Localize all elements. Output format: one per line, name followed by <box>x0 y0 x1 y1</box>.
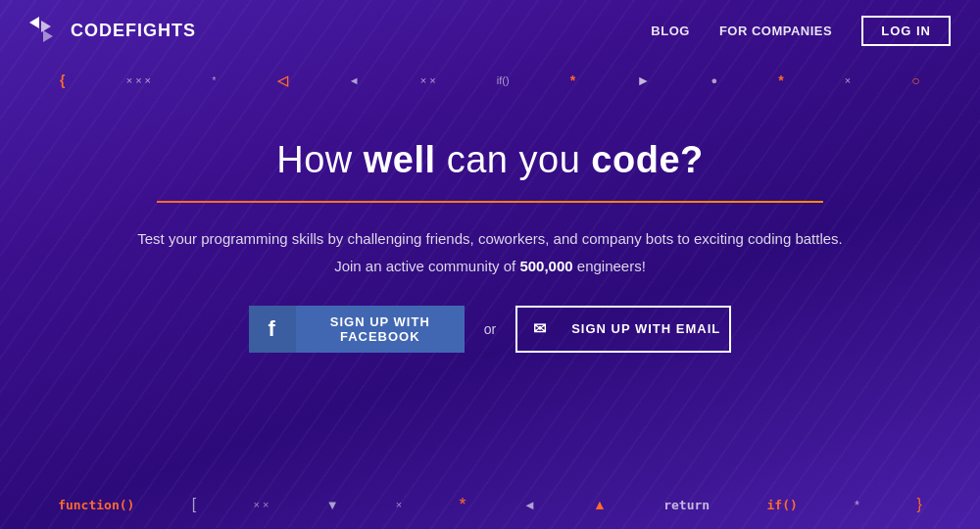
buttons-row: f SIGN UP WITH FACEBOOK or ✉ SIGN UP WIT… <box>249 306 731 353</box>
symbol-11: * <box>778 72 783 88</box>
headline: How well can you code? <box>276 139 704 181</box>
community-pre: Join an active community of <box>334 258 519 274</box>
logo-text: CODEFIGHTS <box>71 21 196 41</box>
svg-marker-1 <box>41 21 51 32</box>
headline-well: well <box>364 139 436 180</box>
facebook-signup-button[interactable]: f SIGN UP WITH FACEBOOK <box>249 306 465 353</box>
bottom-sym-4: ▼ <box>326 498 339 512</box>
symbol-12: × <box>845 74 851 86</box>
headline-divider <box>157 201 823 203</box>
symbol-13: ○ <box>911 72 919 88</box>
bottom-sym-11: * <box>855 498 859 512</box>
community-count: 500,000 <box>519 258 572 274</box>
headline-part2: can you <box>436 139 592 180</box>
email-icon: ✉ <box>517 308 563 351</box>
svg-marker-0 <box>29 17 39 28</box>
email-button-label: SIGN UP WITH EMAIL <box>563 321 729 336</box>
top-symbols-bar: { × × × * ◁ ◄ × × if() * ► ● * × ○ <box>0 61 980 100</box>
symbol-8: * <box>570 72 575 88</box>
svg-marker-2 <box>43 30 53 42</box>
logo[interactable]: CODEFIGHTS <box>29 17 196 44</box>
main-content: How well can you code? Test your program… <box>0 100 980 353</box>
community-text: Join an active community of 500,000 engi… <box>334 258 646 274</box>
for-companies-link[interactable]: FOR COMPANIES <box>719 24 832 38</box>
bottom-sym-7: ◄ <box>523 498 536 512</box>
symbol-5: ◄ <box>349 74 360 86</box>
login-button[interactable]: LOG IN <box>861 16 951 46</box>
facebook-icon: f <box>249 306 296 353</box>
bottom-sym-12: } <box>916 496 921 513</box>
subtitle-text: Test your programming skills by challeng… <box>137 226 843 252</box>
bottom-sym-2: [ <box>192 496 196 513</box>
email-signup-button[interactable]: ✉ SIGN UP WITH EMAIL <box>515 306 731 353</box>
headline-code: code? <box>591 139 703 180</box>
or-divider: or <box>484 321 496 337</box>
nav-links: BLOG FOR COMPANIES LOG IN <box>651 16 951 46</box>
bottom-sym-3: × × <box>253 499 269 510</box>
bottom-sym-8: ▲ <box>593 497 607 512</box>
bottom-sym-10: if() <box>766 498 797 512</box>
community-post: engineers! <box>573 258 646 274</box>
symbol-2: × × × <box>126 74 151 86</box>
blog-link[interactable]: BLOG <box>651 24 690 38</box>
symbol-10: ● <box>710 74 717 86</box>
facebook-button-label: SIGN UP WITH FACEBOOK <box>296 314 465 344</box>
navigation: CODEFIGHTS BLOG FOR COMPANIES LOG IN <box>0 0 980 61</box>
logo-icon <box>29 17 61 44</box>
bottom-symbols-bar: function() [ × × ▼ × * ◄ ▲ return if() *… <box>0 480 980 529</box>
symbol-7: if() <box>497 74 510 86</box>
symbol-9: ► <box>636 72 650 88</box>
symbol-1: { <box>60 72 65 88</box>
symbol-3: * <box>212 74 216 86</box>
bottom-sym-5: × <box>396 499 402 510</box>
symbol-6: × × <box>420 74 436 86</box>
bottom-sym-1: function() <box>58 498 134 512</box>
bottom-sym-6: * <box>460 495 466 515</box>
symbol-4: ◁ <box>277 72 288 88</box>
bottom-sym-9: return <box>663 498 710 512</box>
headline-part1: How <box>276 139 364 180</box>
